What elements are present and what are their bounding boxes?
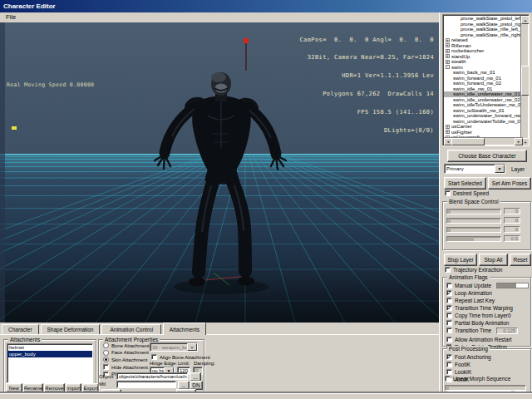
- blend-value-1[interactable]: 0: [504, 217, 520, 224]
- tab-shape-deformation[interactable]: Shape Deformation: [41, 324, 101, 334]
- rename-button[interactable]: Rename: [23, 383, 44, 392]
- attachment-item-upper-body[interactable]: upper_body: [7, 351, 92, 357]
- checkbox-hide-attachment[interactable]: Hide Attachment: [103, 364, 148, 370]
- bone-select[interactable]: 30 - weapon_bone ▼: [150, 342, 198, 352]
- import-button[interactable]: Import: [66, 383, 82, 392]
- moving-speed-label: Real Moving Speed 0.00000: [7, 81, 94, 88]
- expand-icon[interactable]: +: [446, 54, 450, 58]
- tree-vscrollbar[interactable]: ▲ ▼: [520, 16, 528, 146]
- radio-dot[interactable]: [103, 350, 109, 356]
- checkbox-box[interactable]: [446, 320, 452, 326]
- blend-value-0[interactable]: 0: [504, 208, 520, 214]
- new-button[interactable]: New: [6, 383, 22, 392]
- expand-icon[interactable]: +: [446, 130, 450, 134]
- checkbox-box[interactable]: [446, 298, 452, 303]
- checkbox-trajectory-extraction[interactable]: Trajectory Extraction: [445, 267, 502, 273]
- blend-slider-1[interactable]: [446, 218, 501, 224]
- checkbox-box[interactable]: [445, 267, 451, 273]
- expand-icon[interactable]: +: [446, 49, 450, 53]
- reset-button[interactable]: Reset: [510, 254, 531, 266]
- checkbox-box[interactable]: ✓: [446, 305, 452, 311]
- checkbox-box[interactable]: [445, 376, 451, 382]
- attachment-item-helmet[interactable]: helmet: [7, 344, 92, 351]
- blend-value-3[interactable]: 0.5: [504, 235, 520, 242]
- checkbox-box[interactable]: [151, 354, 157, 360]
- blend-value-2[interactable]: 0: [504, 226, 520, 233]
- checkbox-box[interactable]: [446, 337, 452, 342]
- checkbox-box[interactable]: [446, 283, 452, 288]
- checkbox-box[interactable]: [446, 313, 452, 318]
- checkbox-label: Hide Attachment: [111, 365, 148, 370]
- radio-face-attachment[interactable]: Face Attachment: [103, 350, 150, 356]
- viewport-3d[interactable]: CamPos= 0. 0. 0 Angl= 0. 0. 0 32Bit, Cam…: [0, 22, 439, 323]
- checkbox-desired-speed[interactable]: Desired Speed: [445, 190, 489, 196]
- object-path-input[interactable]: objects/characters/human/us/nanosuit/n: [116, 372, 188, 380]
- checkbox-foot-anchoring[interactable]: ✓Foot Anchoring: [446, 354, 529, 360]
- scroll-up-icon[interactable]: ▲: [521, 16, 530, 24]
- expand-icon[interactable]: +: [446, 125, 450, 129]
- checkbox-linear-morph-sequence[interactable]: Linear Morph Sequence: [445, 376, 510, 382]
- choose-base-character-button[interactable]: Choose Base Character: [447, 150, 527, 162]
- manual-update-slider[interactable]: [496, 283, 529, 288]
- title-bar[interactable]: Character Editor: [0, 0, 532, 12]
- checkbox-loop-animation[interactable]: ✓Loop Animation: [446, 290, 529, 296]
- checkbox-transition-time-warping[interactable]: ✓Transition Time Warping: [446, 305, 529, 311]
- checkbox-label: Partial Body Animation: [455, 320, 509, 326]
- checkbox-transition-time[interactable]: Transition Time0.125: [446, 328, 529, 333]
- checkbox-allow-animation-restart[interactable]: Allow Animation Restart: [446, 337, 529, 342]
- tree-hscrollbar[interactable]: ◄ ►: [444, 137, 523, 145]
- checkbox-box[interactable]: [103, 364, 109, 370]
- linear-morph-slider[interactable]: [445, 385, 526, 391]
- checkbox-box[interactable]: [446, 362, 452, 367]
- set-aim-poses-button[interactable]: Set Aim Poses: [488, 177, 531, 190]
- radio-dot[interactable]: [103, 357, 109, 362]
- tab-animation-control[interactable]: Animation Control: [101, 324, 161, 334]
- stop-all-button[interactable]: Stop All: [479, 254, 508, 266]
- expand-icon[interactable]: +: [446, 60, 450, 64]
- menu-file[interactable]: File: [0, 12, 22, 22]
- start-selected-button[interactable]: Start Selected: [444, 177, 486, 190]
- chevron-down-icon[interactable]: ▼: [187, 343, 197, 351]
- radio-dot[interactable]: [103, 342, 109, 348]
- checkbox-copy-time-from-layer0[interactable]: Copy Time from Layer0: [446, 313, 529, 318]
- animation-tree[interactable]: prone_walkState_pistol_left_slow_0prone_…: [442, 14, 530, 146]
- checkbox-align-bone-attachment[interactable]: Align Bone Attachment: [151, 354, 210, 360]
- expand-icon[interactable]: +: [446, 43, 450, 47]
- chevron-down-icon[interactable]: ▼: [495, 165, 505, 173]
- radio-bone-attachment[interactable]: Bone Attachment: [103, 342, 150, 348]
- remove-button[interactable]: Remove: [44, 383, 64, 392]
- layer-select[interactable]: Primary ▼: [444, 164, 505, 174]
- checkbox-box[interactable]: [446, 369, 452, 375]
- export-button[interactable]: Export: [82, 383, 99, 392]
- radio-skin-attachment[interactable]: Skin Attachment: [103, 357, 150, 362]
- collapse-icon[interactable]: -: [446, 65, 450, 69]
- yellow-marker: [12, 126, 17, 130]
- tab-character[interactable]: Character: [2, 324, 39, 334]
- checkbox-footik[interactable]: FootIK: [446, 362, 529, 367]
- tree-vscroll-thumb[interactable]: [521, 66, 530, 96]
- checkbox-repeat-last-key[interactable]: Repeat Last Key: [446, 298, 529, 303]
- stop-layer-button[interactable]: Stop Layer: [444, 254, 477, 266]
- tree-hscroll-thumb[interactable]: [451, 138, 485, 145]
- character-editor-window: { "window": { "title": "Character Editor…: [0, 0, 532, 399]
- checkbox-box[interactable]: ✓: [446, 354, 452, 360]
- blend-slider-2[interactable]: [446, 227, 501, 233]
- attachments-list[interactable]: helmetupper_body: [7, 343, 93, 383]
- checkbox-box[interactable]: [446, 328, 452, 333]
- bone-select-value: 30 - weapon_bone: [150, 345, 187, 350]
- checkbox-partial-body-animation[interactable]: Partial Body Animation: [446, 320, 529, 326]
- checkbox-manual-update[interactable]: Manual Update: [446, 283, 529, 288]
- expand-icon[interactable]: +: [446, 38, 450, 42]
- hud-fps: FPS 158.5 (141..160): [299, 110, 434, 116]
- transition-time-input[interactable]: 0.125: [496, 328, 518, 334]
- checkbox-box[interactable]: ✓: [446, 290, 452, 296]
- checkbox-label: Loop Animation: [455, 290, 492, 296]
- blend-slider-3[interactable]: [446, 236, 501, 242]
- tab-attachments[interactable]: Attachments: [163, 323, 205, 335]
- mtl-input[interactable]: [116, 381, 176, 388]
- checkbox-lookik[interactable]: LookIK: [446, 369, 529, 375]
- blend-slider-0[interactable]: [446, 209, 501, 214]
- scroll-right-icon[interactable]: ►: [515, 138, 523, 145]
- checkbox-box[interactable]: [445, 190, 451, 196]
- animation-flags-group: Animation Flags Manual Update✓Loop Anima…: [442, 277, 531, 347]
